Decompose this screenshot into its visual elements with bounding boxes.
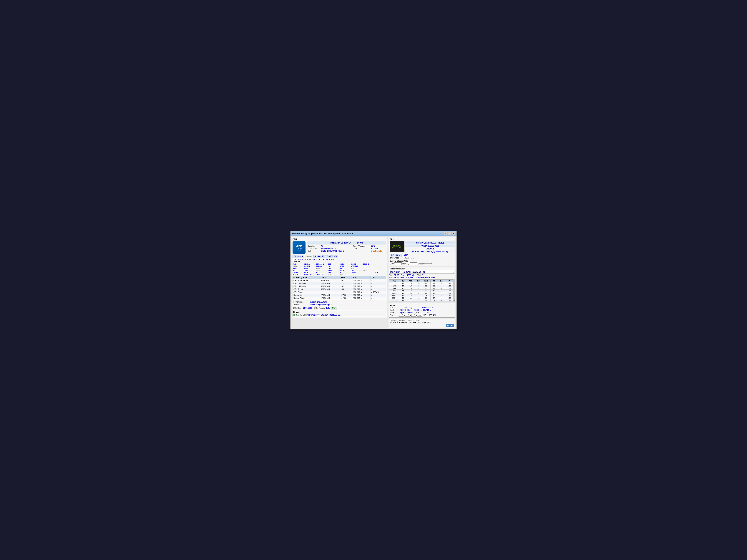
window-controls: – □ ✕	[444, 232, 455, 235]
op-mfm-name: CPU MFM (LPM)	[293, 279, 320, 282]
mem-sum-clock-value: 1200.0 MHz	[401, 309, 410, 311]
mb-label: Motherboard	[293, 301, 304, 303]
freq-scrollbar[interactable]: ▲ ▼	[453, 279, 455, 302]
op-uncoremax-bus: 100.0 MHz	[352, 294, 371, 297]
mem-sum-mode-row: Mode Quad-Channel CR 1T	[390, 312, 455, 314]
timing-t2: 17	[405, 314, 410, 317]
op-turbo-vid: -	[370, 288, 386, 291]
cl-1333: 19	[400, 282, 406, 285]
op-row-hfm: CPU HFM (Max) 3200.0 MHz x32 100.0 MHz -	[293, 285, 386, 288]
rc-1333: 61	[431, 282, 437, 285]
nvidia-brand: NVIDIA.	[393, 245, 401, 247]
mem-sum-mode-label: Mode	[390, 312, 399, 314]
memory-modules-section: Memory Modules [#0] Micron Tech. 36ASF4G…	[389, 267, 455, 302]
cpu-model-name: Intel Xeon E5-1660 v4 14 nm	[307, 241, 386, 244]
nav-prev-button[interactable]: ◀	[446, 324, 449, 327]
mul-symbol: ×	[420, 309, 422, 311]
drive-name: WDC WD1003FBYX-01Y7B1 [1000 GB]	[307, 314, 341, 316]
gpu-pcie: PCIe v1.1 x16 (2.5 GT/s) @ x16 (2.5 GT/s…	[406, 250, 455, 253]
maximize-button[interactable]: □	[448, 232, 451, 235]
tdp-label: TDP	[292, 259, 296, 261]
ext-1333: -	[437, 282, 445, 285]
feat-sse4a: SSE4A	[292, 265, 304, 267]
drive-item: SATA 3 Gb/s WDC WD1003FBYX-01Y7B1 [1000 …	[293, 314, 386, 316]
mem-type-row: Type DDR4-2666 / PC4-21300 DDR4 SDRAM RD…	[389, 277, 455, 279]
op-row-mfm: CPU MFM (LPM) 800.0 MHz x8 100.0 MHz -	[293, 279, 386, 282]
minimize-button[interactable]: –	[444, 232, 447, 235]
nav-arrows: ◀ ▶	[390, 323, 454, 327]
gpu-selector[interactable]: GPU #0	[390, 254, 402, 257]
ras-1333: 43	[422, 282, 431, 285]
feat-blank5	[375, 267, 386, 269]
memory-module-selector[interactable]: [#0] Micron Tech. 36ASF4G72PZ-2G6D1	[389, 270, 455, 274]
cores-threads-label: Cores/Threads	[353, 245, 370, 247]
feat-avx512: AVX-512	[351, 265, 363, 267]
feat-eist: EIST	[304, 271, 316, 273]
mul2: 66.7 MHz	[423, 309, 431, 311]
op-hfm-clock: 3200.0 MHz	[320, 285, 340, 288]
title-bar: HWiNFO64 @ Supermicro X10DAi - System Su…	[290, 231, 457, 236]
shader-clock-field: Shader	[418, 262, 432, 265]
op-hfm-vid: -	[370, 285, 386, 288]
timing-row: Timing 17 - 17 - 17 - 39 tRC tRFC 421	[390, 314, 455, 317]
op-turbo-clock: 3600.0 MHz	[320, 288, 340, 291]
mem-ecc-label: ECC	[417, 274, 421, 276]
feat-blank2	[363, 265, 375, 267]
shaders-label: Shaders	[405, 257, 411, 259]
mem-sum-clock-row: Clock 1200.0 MHz = 18.00 × 66.7 MHz	[390, 309, 455, 311]
feat-3dnow: 3DNow!	[304, 263, 316, 265]
op-lfm-ratio: x12	[340, 282, 352, 285]
feat-mpx: MPX	[363, 269, 375, 271]
feat-blank7	[363, 271, 375, 273]
feat-dep: DEP	[292, 269, 304, 271]
mem-size-value: 32 GB	[394, 274, 399, 276]
freq-table-container: Freq CL RCD RP RAS RC Ext. V	[389, 279, 455, 302]
os-section: Operating System Legacy Boot Microsoft W…	[389, 319, 455, 328]
nav-next-button[interactable]: ▶	[450, 324, 454, 327]
feat-avx: AVX	[328, 265, 339, 267]
op-hfm-ratio: x32	[340, 285, 352, 288]
op-uncorestatus-bus: 100.0 MHz	[352, 297, 371, 300]
timing-t3: 17	[411, 314, 416, 317]
os-label: Operating System	[390, 319, 405, 321]
feat-tm1: TM1	[316, 271, 328, 273]
gpu-clock-field: GPU -	[390, 262, 402, 265]
current-clocks: Current Clocks (MHz) GPU - Memory - Shad…	[390, 260, 455, 265]
mem-clock-input: -	[410, 262, 417, 265]
left-panel: CPU intel XEON inside® Intel Xeon E5-166…	[292, 237, 387, 328]
scroll-up-icon: ▲	[454, 279, 455, 281]
mem-sum-size-label: Size	[390, 307, 399, 309]
timing-dash3: -	[416, 314, 417, 316]
freq-table: Freq CL RCD RP RAS RC Ext. V	[389, 279, 453, 302]
bios-date-value: 11/09/2016	[303, 307, 312, 309]
timing-label: Timing	[390, 314, 399, 316]
feat-xop: XOP	[351, 267, 363, 269]
feat-smep: SMEP	[328, 269, 339, 271]
feat-sse3: SSE-3	[351, 263, 363, 265]
cpu-selector[interactable]: CPU #0	[292, 255, 304, 258]
gpu-dropdown-row: GPU #0 14 MB	[390, 254, 455, 257]
feat-blank10	[375, 273, 386, 275]
quadro-brand: QUADRO	[392, 247, 402, 249]
freq-col-cl: CL	[400, 279, 406, 282]
mem-clock-val: 1333 MHz	[407, 274, 415, 276]
op-hfm-bus: 100.0 MHz	[352, 285, 371, 288]
close-button[interactable]: ✕	[452, 232, 455, 235]
features-section: Features MMX 3DNow! 3DNow!-2 SSE SSE-2 S…	[292, 261, 386, 275]
freq-row-1333: 1333 19 19 19 43 61 - 1.20	[389, 282, 453, 285]
trfc-label: tRFC	[428, 314, 432, 316]
feat-tm2: TM2	[328, 271, 339, 273]
op-mfm-ratio: x8	[340, 279, 352, 282]
feat-smx: SMX	[316, 269, 328, 271]
gpu-clock-label: GPU	[390, 263, 394, 265]
feat-aesni: AES-NI	[292, 273, 304, 275]
timing-dash1: -	[404, 314, 405, 316]
gpu-section-title: GPU	[390, 238, 455, 240]
memory-summary-section: Memory Size 128 GB Type DDR4 SDRAM Clock…	[389, 303, 455, 318]
op-col-vid: VID	[370, 276, 386, 279]
platform-value: Socket R3 (LGA2011-3)	[313, 255, 338, 258]
intel-logo: intel XEON inside®	[292, 241, 306, 254]
memory-modules-title: Memory Modules	[389, 267, 455, 270]
op-turbo-ratio: x36	[340, 288, 352, 291]
op-status-name: CPU Status	[293, 291, 320, 294]
